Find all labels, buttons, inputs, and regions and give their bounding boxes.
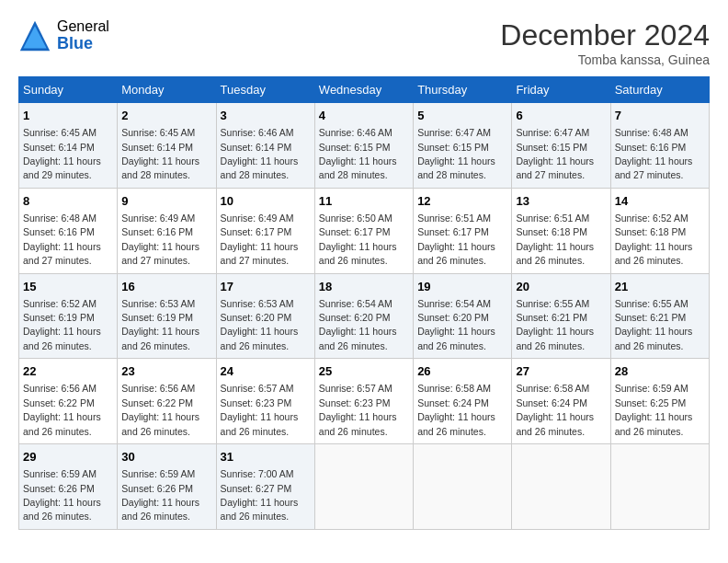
col-thursday: Thursday bbox=[414, 77, 512, 103]
calendar-cell-empty-4-3 bbox=[314, 444, 413, 530]
calendar-cell-2: 2Sunrise: 6:45 AMSunset: 6:14 PMDaylight… bbox=[118, 103, 216, 189]
day-number: 3 bbox=[221, 108, 311, 124]
col-sunday: Sunday bbox=[19, 77, 118, 103]
day-number: 7 bbox=[615, 108, 705, 124]
day-number: 28 bbox=[615, 363, 705, 380]
day-number: 2 bbox=[121, 108, 211, 124]
day-info: Sunrise: 6:49 AMSunset: 6:16 PMDaylight:… bbox=[121, 213, 199, 266]
day-number: 10 bbox=[221, 193, 311, 210]
day-number: 5 bbox=[417, 108, 507, 124]
calendar-cell-14: 14Sunrise: 6:52 AMSunset: 6:18 PMDayligh… bbox=[610, 188, 709, 273]
calendar-cell-empty-4-4 bbox=[414, 444, 512, 530]
col-wednesday: Wednesday bbox=[314, 77, 413, 103]
day-number: 13 bbox=[516, 193, 606, 210]
day-number: 9 bbox=[121, 193, 211, 210]
day-number: 25 bbox=[319, 363, 409, 380]
day-info: Sunrise: 6:50 AMSunset: 6:17 PMDaylight:… bbox=[319, 213, 397, 266]
calendar-cell-18: 18Sunrise: 6:54 AMSunset: 6:20 PMDayligh… bbox=[314, 273, 413, 359]
day-number: 12 bbox=[417, 193, 507, 210]
calendar-cell-3: 3Sunrise: 6:46 AMSunset: 6:14 PMDaylight… bbox=[216, 103, 314, 189]
day-info: Sunrise: 6:56 AMSunset: 6:22 PMDaylight:… bbox=[23, 383, 101, 436]
day-info: Sunrise: 6:59 AMSunset: 6:25 PMDaylight:… bbox=[615, 383, 693, 436]
calendar-cell-17: 17Sunrise: 6:53 AMSunset: 6:20 PMDayligh… bbox=[216, 273, 314, 359]
day-info: Sunrise: 6:53 AMSunset: 6:20 PMDaylight:… bbox=[221, 298, 299, 351]
title-block: December 2024 Tomba kanssa, Guinea bbox=[500, 18, 710, 67]
day-info: Sunrise: 6:54 AMSunset: 6:20 PMDaylight:… bbox=[319, 298, 397, 351]
day-number: 21 bbox=[615, 279, 705, 295]
day-info: Sunrise: 6:48 AMSunset: 6:16 PMDaylight:… bbox=[23, 213, 101, 266]
calendar-cell-empty-4-5 bbox=[512, 444, 610, 530]
day-info: Sunrise: 6:59 AMSunset: 6:26 PMDaylight:… bbox=[121, 468, 199, 522]
calendar-cell-19: 19Sunrise: 6:54 AMSunset: 6:20 PMDayligh… bbox=[414, 273, 512, 359]
day-number: 30 bbox=[121, 449, 211, 465]
day-number: 16 bbox=[121, 279, 211, 295]
day-number: 17 bbox=[221, 279, 311, 295]
day-info: Sunrise: 6:46 AMSunset: 6:15 PMDaylight:… bbox=[319, 127, 397, 180]
day-info: Sunrise: 6:46 AMSunset: 6:14 PMDaylight:… bbox=[221, 127, 299, 180]
day-info: Sunrise: 6:59 AMSunset: 6:26 PMDaylight:… bbox=[23, 468, 101, 522]
day-info: Sunrise: 6:55 AMSunset: 6:21 PMDaylight:… bbox=[615, 298, 693, 351]
day-info: Sunrise: 6:53 AMSunset: 6:19 PMDaylight:… bbox=[121, 298, 199, 351]
calendar-cell-12: 12Sunrise: 6:51 AMSunset: 6:17 PMDayligh… bbox=[414, 188, 512, 273]
day-number: 22 bbox=[23, 363, 113, 380]
day-info: Sunrise: 6:56 AMSunset: 6:22 PMDaylight:… bbox=[121, 383, 199, 436]
calendar-table: Sunday Monday Tuesday Wednesday Thursday… bbox=[18, 76, 710, 530]
day-info: Sunrise: 6:48 AMSunset: 6:16 PMDaylight:… bbox=[615, 127, 693, 180]
calendar-cell-29: 29Sunrise: 6:59 AMSunset: 6:26 PMDayligh… bbox=[19, 444, 118, 530]
calendar-cell-20: 20Sunrise: 6:55 AMSunset: 6:21 PMDayligh… bbox=[512, 273, 610, 359]
calendar-cell-7: 7Sunrise: 6:48 AMSunset: 6:16 PMDaylight… bbox=[610, 103, 709, 189]
location-title: Tomba kanssa, Guinea bbox=[500, 52, 710, 67]
logo-text: GeneralBlue bbox=[57, 18, 109, 52]
calendar-cell-6: 6Sunrise: 6:47 AMSunset: 6:15 PMDaylight… bbox=[512, 103, 610, 189]
header-row: Sunday Monday Tuesday Wednesday Thursday… bbox=[19, 77, 710, 103]
calendar-cell-9: 9Sunrise: 6:49 AMSunset: 6:16 PMDaylight… bbox=[118, 188, 216, 273]
day-info: Sunrise: 6:54 AMSunset: 6:20 PMDaylight:… bbox=[417, 298, 495, 351]
day-info: Sunrise: 6:52 AMSunset: 6:18 PMDaylight:… bbox=[615, 213, 693, 266]
calendar-cell-31: 31Sunrise: 7:00 AMSunset: 6:27 PMDayligh… bbox=[216, 444, 314, 530]
calendar-cell-24: 24Sunrise: 6:57 AMSunset: 6:23 PMDayligh… bbox=[216, 359, 314, 444]
day-number: 15 bbox=[23, 279, 113, 295]
day-number: 20 bbox=[516, 279, 606, 295]
calendar-row-0: 1Sunrise: 6:45 AMSunset: 6:14 PMDaylight… bbox=[19, 103, 710, 189]
calendar-cell-empty-4-6 bbox=[610, 444, 709, 530]
day-info: Sunrise: 6:51 AMSunset: 6:17 PMDaylight:… bbox=[417, 213, 495, 266]
calendar-cell-27: 27Sunrise: 6:58 AMSunset: 6:24 PMDayligh… bbox=[512, 359, 610, 444]
day-number: 11 bbox=[319, 193, 409, 210]
calendar-cell-11: 11Sunrise: 6:50 AMSunset: 6:17 PMDayligh… bbox=[314, 188, 413, 273]
calendar-cell-4: 4Sunrise: 6:46 AMSunset: 6:15 PMDaylight… bbox=[314, 103, 413, 189]
day-info: Sunrise: 6:58 AMSunset: 6:24 PMDaylight:… bbox=[516, 383, 594, 436]
day-number: 23 bbox=[121, 363, 211, 380]
day-number: 14 bbox=[615, 193, 705, 210]
calendar-cell-15: 15Sunrise: 6:52 AMSunset: 6:19 PMDayligh… bbox=[19, 273, 118, 359]
day-number: 24 bbox=[221, 363, 311, 380]
calendar-cell-13: 13Sunrise: 6:51 AMSunset: 6:18 PMDayligh… bbox=[512, 188, 610, 273]
day-info: Sunrise: 6:57 AMSunset: 6:23 PMDaylight:… bbox=[221, 383, 299, 436]
calendar-cell-23: 23Sunrise: 6:56 AMSunset: 6:22 PMDayligh… bbox=[118, 359, 216, 444]
day-info: Sunrise: 6:55 AMSunset: 6:21 PMDaylight:… bbox=[516, 298, 594, 351]
logo-blue: Blue bbox=[57, 35, 109, 53]
day-info: Sunrise: 7:00 AMSunset: 6:27 PMDaylight:… bbox=[221, 468, 299, 522]
col-monday: Monday bbox=[118, 77, 216, 103]
day-info: Sunrise: 6:51 AMSunset: 6:18 PMDaylight:… bbox=[516, 213, 594, 266]
svg-marker-1 bbox=[23, 26, 46, 48]
col-saturday: Saturday bbox=[610, 77, 709, 103]
calendar-cell-1: 1Sunrise: 6:45 AMSunset: 6:14 PMDaylight… bbox=[19, 103, 118, 189]
calendar-row-1: 8Sunrise: 6:48 AMSunset: 6:16 PMDaylight… bbox=[19, 188, 710, 273]
day-number: 19 bbox=[417, 279, 507, 295]
month-title: December 2024 bbox=[500, 18, 710, 52]
day-number: 6 bbox=[516, 108, 606, 124]
day-number: 18 bbox=[319, 279, 409, 295]
day-info: Sunrise: 6:47 AMSunset: 6:15 PMDaylight:… bbox=[417, 127, 495, 180]
day-number: 31 bbox=[221, 449, 311, 465]
day-number: 8 bbox=[23, 193, 113, 210]
col-tuesday: Tuesday bbox=[216, 77, 314, 103]
day-info: Sunrise: 6:45 AMSunset: 6:14 PMDaylight:… bbox=[23, 127, 101, 180]
calendar-row-3: 22Sunrise: 6:56 AMSunset: 6:22 PMDayligh… bbox=[19, 359, 710, 444]
day-info: Sunrise: 6:58 AMSunset: 6:24 PMDaylight:… bbox=[417, 383, 495, 436]
calendar-cell-28: 28Sunrise: 6:59 AMSunset: 6:25 PMDayligh… bbox=[610, 359, 709, 444]
calendar-cell-16: 16Sunrise: 6:53 AMSunset: 6:19 PMDayligh… bbox=[118, 273, 216, 359]
day-number: 4 bbox=[319, 108, 409, 124]
day-number: 29 bbox=[23, 449, 113, 465]
calendar-cell-25: 25Sunrise: 6:57 AMSunset: 6:23 PMDayligh… bbox=[314, 359, 413, 444]
day-info: Sunrise: 6:47 AMSunset: 6:15 PMDaylight:… bbox=[516, 127, 594, 180]
